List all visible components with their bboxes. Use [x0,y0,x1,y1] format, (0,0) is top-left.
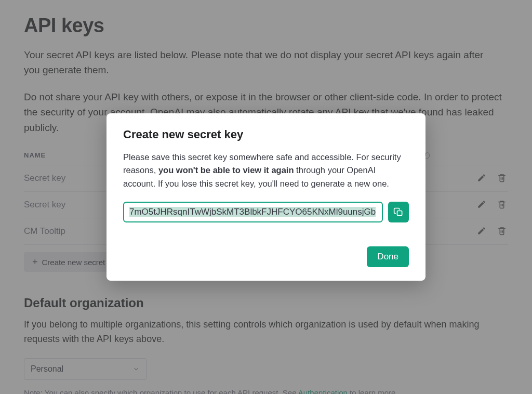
modal-title: Create new secret key [123,128,409,141]
modal-body: Please save this secret key somewhere sa… [123,151,409,191]
secret-key-field[interactable]: 7mO5tJHRsqnITwWjbSkMT3BlbkFJHFCYO65KNxMl… [123,202,383,222]
copy-icon [393,207,404,217]
modal-overlay[interactable]: Create new secret key Please save this s… [0,0,532,394]
secret-key-value: 7mO5tJHRsqnITwWjbSkMT3BlbkFJHFCYO65KNxMl… [129,207,376,217]
create-secret-key-modal: Create new secret key Please save this s… [107,113,425,281]
copy-button[interactable] [388,202,409,222]
svg-rect-0 [397,211,402,216]
done-button[interactable]: Done [367,246,409,267]
